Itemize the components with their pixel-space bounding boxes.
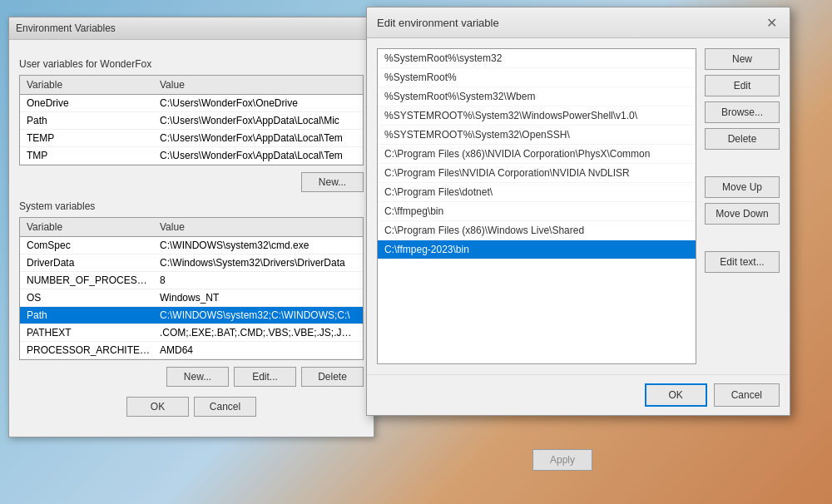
- table-row[interactable]: Path C:\Users\WonderFox\AppData\Local\Mi…: [20, 112, 363, 130]
- sys-var-2: NUMBER_OF_PROCESSORS: [23, 273, 156, 288]
- user-section-label: User variables for WonderFox: [19, 58, 364, 70]
- user-header-value: Value: [156, 77, 188, 92]
- table-row[interactable]: OneDrive C:\Users\WonderFox\OneDrive: [20, 95, 363, 112]
- sys-val-4: C:\WINDOWS\system32;C:\WINDOWS;C:\: [156, 308, 356, 323]
- list-item[interactable]: %SYSTEMROOT%\System32\OpenSSH\: [378, 126, 696, 145]
- env-bottom-buttons: OK Cancel: [19, 397, 364, 427]
- table-row[interactable]: OS Windows_NT: [20, 289, 363, 307]
- list-item[interactable]: C:\ffmpeg-2023\bin: [378, 240, 696, 259]
- table-row[interactable]: ComSpec C:\WINDOWS\system32\cmd.exe: [20, 237, 363, 254]
- sys-val-3: Windows_NT: [156, 290, 356, 305]
- sys-var-0: ComSpec: [23, 238, 156, 253]
- sys-val-0: C:\WINDOWS\system32\cmd.exe: [156, 238, 356, 253]
- sys-header-variable: Variable: [23, 220, 156, 235]
- list-item[interactable]: C:\Program Files (x86)\NVIDIA Corporatio…: [378, 145, 696, 164]
- user-var-2: TEMP: [23, 131, 156, 146]
- table-row[interactable]: PROCESSOR_ARCHITECTURE AMD64: [20, 342, 363, 359]
- sys-val-6: AMD64: [156, 343, 356, 358]
- dialog-titlebar: Edit environment variable ✕: [367, 7, 790, 38]
- apply-button[interactable]: Apply: [532, 449, 592, 471]
- sys-new-button[interactable]: New...: [166, 367, 229, 387]
- dialog-cancel-button[interactable]: Cancel: [714, 383, 780, 407]
- user-new-button[interactable]: New...: [301, 172, 364, 192]
- env-ok-button[interactable]: OK: [126, 397, 189, 417]
- table-row[interactable]: NUMBER_OF_PROCESSORS 8: [20, 272, 363, 289]
- sys-val-1: C:\Windows\System32\Drivers\DriverData: [156, 255, 356, 270]
- edit-path-button[interactable]: Edit: [705, 75, 780, 96]
- sys-var-6: PROCESSOR_ARCHITECTURE: [23, 343, 156, 358]
- user-val-2: C:\Users\WonderFox\AppData\Local\Tem: [156, 131, 356, 146]
- table-row[interactable]: PATHEXT .COM;.EXE;.BAT;.CMD;.VBS;.VBE;.J…: [20, 324, 363, 342]
- dialog-main-content: %SystemRoot%\system32%SystemRoot%%System…: [367, 38, 790, 374]
- user-var-1: Path: [23, 113, 156, 128]
- sys-val-2: 8: [156, 273, 356, 288]
- move-up-button[interactable]: Move Up: [705, 176, 780, 198]
- sys-var-1: DriverData: [23, 255, 156, 270]
- browse-path-button[interactable]: Browse...: [705, 101, 780, 123]
- edit-env-dialog: Edit environment variable ✕ %SystemRoot%…: [366, 7, 790, 416]
- list-item[interactable]: C:\Program Files\NVIDIA Corporation\NVID…: [378, 164, 696, 183]
- user-table-header: Variable Value: [20, 76, 363, 95]
- user-buttons-row: New...: [19, 172, 364, 192]
- dialog-ok-button[interactable]: OK: [645, 383, 707, 407]
- user-header-variable: Variable: [23, 77, 156, 92]
- env-variables-window: Environment Variables User variables for…: [8, 17, 374, 437]
- table-row[interactable]: TEMP C:\Users\WonderFox\AppData\Local\Te…: [20, 130, 363, 147]
- dialog-title: Edit environment variable: [377, 17, 499, 29]
- table-row[interactable]: TMP C:\Users\WonderFox\AppData\Local\Tem: [20, 147, 363, 165]
- sys-edit-button[interactable]: Edit...: [234, 367, 296, 387]
- sys-delete-button[interactable]: Delete: [301, 367, 364, 387]
- env-variables-title: Environment Variables: [16, 22, 116, 34]
- list-item[interactable]: %SystemRoot%\system32: [378, 49, 696, 68]
- list-item[interactable]: %SYSTEMROOT%\System32\WindowsPowerShell\…: [378, 106, 696, 126]
- list-item[interactable]: C:\Program Files (x86)\Windows Live\Shar…: [378, 221, 696, 240]
- sys-var-3: OS: [23, 290, 156, 305]
- move-down-button[interactable]: Move Down: [705, 203, 780, 225]
- user-var-3: TMP: [23, 148, 156, 163]
- user-variables-table: Variable Value OneDrive C:\Users\WonderF…: [19, 75, 364, 166]
- apply-cancel-area: Apply: [532, 449, 592, 471]
- list-item[interactable]: C:\Program Files\dotnet\: [378, 183, 696, 202]
- new-path-button[interactable]: New: [705, 48, 780, 70]
- sys-var-5: PATHEXT: [23, 325, 156, 340]
- env-cancel-button[interactable]: Cancel: [194, 397, 256, 417]
- system-section-label: System variables: [19, 200, 364, 212]
- sys-val-5: .COM;.EXE;.BAT;.CMD;.VBS;.VBE;.JS;.JSE;.…: [156, 325, 356, 340]
- sys-var-4: Path: [23, 308, 156, 323]
- list-item[interactable]: %SystemRoot%\System32\Wbem: [378, 87, 696, 106]
- user-var-0: OneDrive: [23, 96, 156, 111]
- edit-text-button[interactable]: Edit text...: [705, 251, 780, 273]
- table-row[interactable]: Path C:\WINDOWS\system32;C:\WINDOWS;C:\: [20, 307, 363, 324]
- system-table-header: Variable Value: [20, 218, 363, 237]
- system-variables-table: Variable Value ComSpec C:\WINDOWS\system…: [19, 217, 364, 360]
- sys-header-value: Value: [156, 220, 188, 235]
- user-val-1: C:\Users\WonderFox\AppData\Local\Mic: [156, 113, 356, 128]
- user-val-0: C:\Users\WonderFox\OneDrive: [156, 96, 356, 111]
- list-item[interactable]: %SystemRoot%: [378, 68, 696, 87]
- table-row[interactable]: DriverData C:\Windows\System32\Drivers\D…: [20, 254, 363, 272]
- path-list[interactable]: %SystemRoot%\system32%SystemRoot%%System…: [377, 48, 696, 364]
- env-variables-titlebar: Environment Variables: [9, 17, 374, 40]
- dialog-action-buttons: New Edit Browse... Delete Move Up Move D…: [705, 48, 780, 364]
- delete-path-button[interactable]: Delete: [705, 128, 780, 150]
- list-item[interactable]: C:\ffmpeg\bin: [378, 202, 696, 221]
- dialog-close-button[interactable]: ✕: [763, 14, 780, 31]
- system-buttons-row: New... Edit... Delete: [19, 367, 364, 387]
- user-val-3: C:\Users\WonderFox\AppData\Local\Tem: [156, 148, 356, 163]
- dialog-footer: OK Cancel: [367, 374, 790, 415]
- env-variables-content: User variables for WonderFox Variable Va…: [9, 40, 374, 437]
